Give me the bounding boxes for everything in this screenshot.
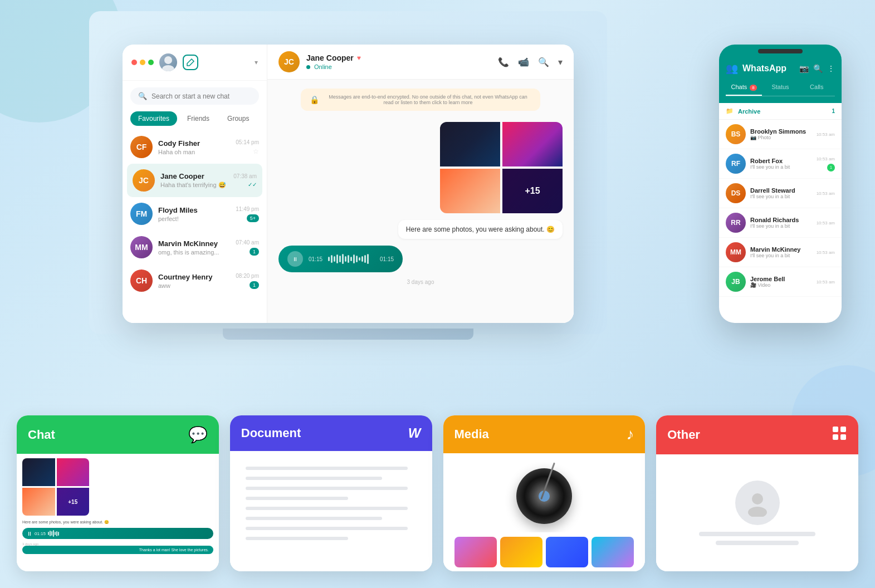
chat-preview: aww xyxy=(158,282,230,289)
mini-voice-message[interactable]: ⏸ 01:15 xyxy=(22,528,213,539)
doc-line xyxy=(246,507,408,510)
photo-grid: +15 xyxy=(440,122,563,213)
media-thumb-1[interactable] xyxy=(454,537,497,567)
mobile-chat-item[interactable]: RF Robert Fox I'll see you in a bit 10:5… xyxy=(719,149,842,179)
unread-badge: 1 xyxy=(250,281,259,289)
doc-line xyxy=(246,517,382,520)
more-icon[interactable]: ⋮ xyxy=(827,64,835,73)
chat-info: Marvin McKinney omg, this is amazing... xyxy=(158,239,230,256)
tab-calls[interactable]: Calls xyxy=(799,79,835,96)
user-avatar[interactable] xyxy=(159,53,177,71)
dropdown-chevron-icon[interactable]: ▾ xyxy=(255,58,258,66)
camera-icon[interactable]: 📷 xyxy=(799,64,809,73)
mobile-chat-item[interactable]: DS Darrell Steward I'll see you in a bit… xyxy=(719,179,842,208)
other-card-title: Other xyxy=(667,428,700,442)
mobile-chat-item[interactable]: JB Jerome Bell 🎥 Video 10:53 am xyxy=(719,267,842,297)
chat-item[interactable]: MM Marvin McKinney omg, this is amazing.… xyxy=(123,231,267,264)
doc-line xyxy=(246,527,408,530)
avatar: CF xyxy=(130,136,153,158)
wave-bar xyxy=(51,531,52,536)
chat-list: CF Cody Fisher Haha oh man 05:14 pm ☆ JC… xyxy=(123,130,267,323)
chat-name: Jane Cooper xyxy=(160,172,228,180)
close-button[interactable] xyxy=(131,60,137,65)
mini-message-text: Here are some photos, you were asking ab… xyxy=(22,520,213,525)
mobile-chat-info: Jerome Bell 🎥 Video xyxy=(750,276,812,288)
minimize-button[interactable] xyxy=(140,60,145,65)
voice-message[interactable]: ⏸ 01:15 xyxy=(278,246,403,272)
mini-photo-grid: +15 xyxy=(22,458,89,516)
photo-thumb-3[interactable] xyxy=(440,169,500,213)
document-card[interactable]: Document W xyxy=(230,415,432,571)
other-line xyxy=(699,532,815,536)
chat-info: Jane Cooper Haha that's terrifying 😅 xyxy=(160,172,228,189)
more-options-icon[interactable]: ▾ xyxy=(558,57,563,67)
other-card[interactable]: Other xyxy=(656,415,858,571)
media-thumb-3[interactable] xyxy=(546,537,588,567)
compose-icon[interactable] xyxy=(183,55,198,70)
lock-icon: 🔒 xyxy=(310,95,319,104)
chat-item-active[interactable]: JC Jane Cooper Haha that's terrifying 😅 … xyxy=(127,164,262,197)
wave-bar xyxy=(334,256,335,262)
mini-photo-2 xyxy=(57,458,90,486)
mini-pause-icon: ⏸ xyxy=(27,531,32,537)
doc-line xyxy=(246,487,408,490)
chat-item[interactable]: CF Cody Fisher Haha oh man 05:14 pm ☆ xyxy=(123,130,267,164)
messages-container: 🔒 Messages are end-to-end encrypted. No … xyxy=(267,80,574,323)
chat-item[interactable]: FM Floyd Miles perfect! 11:49 pm 5+ xyxy=(123,197,267,231)
chat-meta: 08:20 pm 1 xyxy=(236,273,259,289)
sidebar-header: ▾ xyxy=(123,45,267,81)
mini-voice-time: 01:15 xyxy=(35,531,46,536)
mobile-whatsapp-card: 👥 WhatsApp 📷 🔍 ⋮ Chats 8 Status Calls xyxy=(719,45,842,323)
app-title: WhatsApp xyxy=(742,63,786,74)
tab-groups[interactable]: Groups xyxy=(219,111,257,126)
maximize-button[interactable] xyxy=(148,60,154,65)
mobile-chat-item[interactable]: MM Marvin McKinney I'll see you in a bit… xyxy=(719,238,842,267)
mobile-avatar: BS xyxy=(726,124,746,144)
chat-meta: 11:49 pm 5+ xyxy=(236,206,259,222)
header-actions: 📷 🔍 ⋮ xyxy=(799,64,835,73)
unread-badge: 1 xyxy=(827,164,835,171)
photo-thumb-2[interactable] xyxy=(502,122,563,166)
archive-row[interactable]: 📁 Archive 1 xyxy=(719,103,842,120)
tab-friends[interactable]: Friends xyxy=(179,111,217,126)
wave-bar xyxy=(345,256,346,262)
mobile-chat-item[interactable]: BS Brooklyn Simmons 📷 Photo 10:53 am xyxy=(719,120,842,149)
contact-avatar[interactable]: JC xyxy=(278,51,300,72)
chat-item[interactable]: CH Courtney Henry aww 08:20 pm 1 xyxy=(123,264,267,297)
photo-thumb-4[interactable]: +15 xyxy=(502,169,563,213)
media-card[interactable]: Media ♪ xyxy=(443,415,646,571)
chat-preview: omg, this is amazing... xyxy=(158,249,230,256)
archive-icon: 📁 xyxy=(726,107,734,115)
voice-pause-button[interactable]: ⏸ xyxy=(287,251,303,267)
search-bar[interactable]: 🔍 xyxy=(130,87,259,105)
online-status: Online xyxy=(306,63,491,70)
search-messages-icon[interactable]: 🔍 xyxy=(538,57,549,67)
chat-card[interactable]: Chat 💬 +15 Here are some photos, you wer… xyxy=(17,415,219,571)
tab-status[interactable]: Status xyxy=(762,79,798,96)
chat-time: 11:49 pm xyxy=(236,206,259,212)
wave-bar xyxy=(367,254,369,264)
chat-time: 05:14 pm xyxy=(236,139,259,145)
mobile-chat-item[interactable]: RR Ronald Richards I'll see you in a bit… xyxy=(719,208,842,238)
mobile-header-top: 👥 WhatsApp 📷 🔍 ⋮ xyxy=(726,62,835,75)
doc-line xyxy=(246,467,408,470)
media-thumb-2[interactable] xyxy=(500,537,542,567)
tab-favourites[interactable]: Favourites xyxy=(130,111,177,126)
search-icon[interactable]: 🔍 xyxy=(813,64,823,73)
mobile-avatar: RR xyxy=(726,213,746,233)
media-card-body xyxy=(443,453,646,571)
wave-bar xyxy=(342,254,344,264)
video-call-icon[interactable]: 📹 xyxy=(518,57,529,67)
encryption-notice: 🔒 Messages are end-to-end encrypted. No … xyxy=(301,89,540,111)
mini-photo-4: +15 xyxy=(57,488,90,516)
wave-bar xyxy=(55,532,56,535)
photo-thumb-1[interactable] xyxy=(440,122,500,166)
chat-preview: perfect! xyxy=(158,215,230,222)
media-thumb-4[interactable] xyxy=(592,537,634,567)
voice-call-icon[interactable]: 📞 xyxy=(498,57,509,67)
tab-chats[interactable]: Chats 8 xyxy=(726,79,762,96)
mobile-notch xyxy=(758,49,803,53)
search-input[interactable] xyxy=(151,92,251,100)
chat-panel: JC Jane Cooper ♥ Online 📞 📹 🔍 ▾ xyxy=(267,45,574,323)
word-icon: W xyxy=(408,425,421,441)
